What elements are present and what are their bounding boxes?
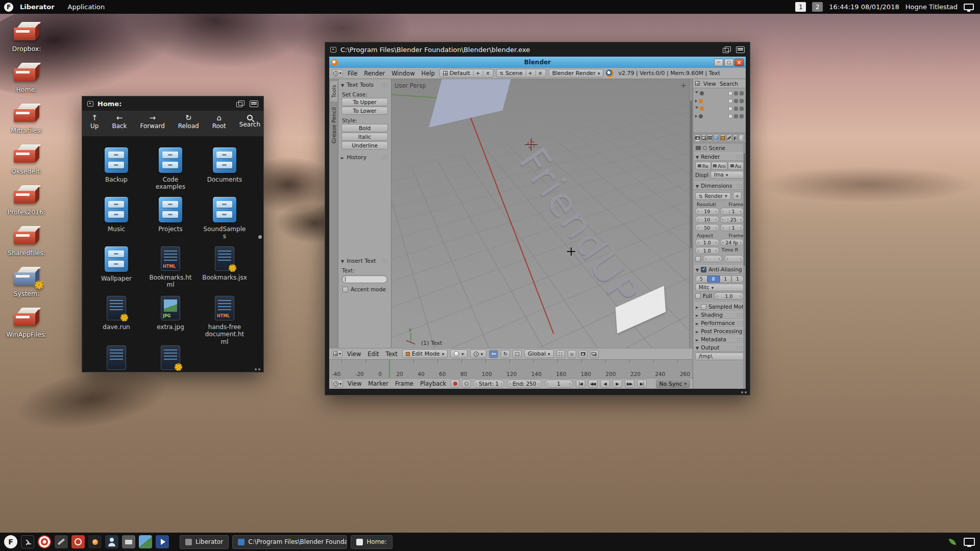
panel-post-processing[interactable]: Post Processing: [694, 327, 745, 335]
maximize-button[interactable]: [724, 59, 733, 66]
file-item-backup[interactable]: Backup: [91, 147, 142, 197]
delete-scene-button[interactable]: [535, 70, 542, 76]
next-keyframe-button[interactable]: ▶▶: [625, 380, 634, 388]
window-icon[interactable]: [330, 47, 336, 53]
frame-start-field[interactable]: : 1: [720, 208, 744, 215]
timeline-ruler[interactable]: -40-20 020 4060 80100 120140 160180 2002…: [329, 359, 693, 378]
italic-button[interactable]: Italic: [341, 133, 388, 141]
minimize-button[interactable]: [714, 59, 723, 66]
render-anim-button[interactable]: [590, 350, 599, 358]
full-sample-checkbox[interactable]: [695, 293, 701, 299]
file-item-partial[interactable]: [145, 345, 196, 372]
frame-end-field[interactable]: : 25: [720, 216, 744, 223]
menu-liberator[interactable]: Liberator: [13, 3, 61, 11]
sync-mode-select[interactable]: No Sync: [656, 380, 691, 388]
to-lower-button[interactable]: To Lower: [341, 107, 388, 115]
output-path-field[interactable]: /tmp\: [695, 353, 744, 360]
record-button[interactable]: [451, 380, 459, 388]
viewport-scrollbar[interactable]: [689, 79, 693, 348]
outliner-search-menu[interactable]: Search: [720, 81, 738, 87]
menu-application[interactable]: Application: [61, 3, 112, 11]
accent-mode-checkbox[interactable]: [342, 287, 348, 292]
panel-insert-text[interactable]: Insert Text: [340, 257, 389, 265]
filter-size-field[interactable]: 1.0: [714, 292, 744, 299]
aspect-y-field[interactable]: 1.0: [695, 247, 719, 254]
delete-layout-button[interactable]: [483, 70, 489, 76]
tools-app-icon[interactable]: [55, 535, 68, 548]
file-item-code-examples[interactable]: Code examples: [145, 147, 196, 197]
close-button[interactable]: [734, 59, 744, 66]
editor-type-button[interactable]: [332, 69, 343, 78]
anti-aliasing-checkbox[interactable]: [701, 267, 706, 272]
help-menu[interactable]: Help: [420, 70, 437, 77]
file-item-partial[interactable]: [91, 345, 142, 372]
resolution-y-field[interactable]: 10: [695, 216, 719, 223]
aa-samples-5-button[interactable]: 5: [695, 276, 707, 283]
underline-button[interactable]: Underline: [341, 141, 388, 149]
tab-grease-pencil[interactable]: Grease Pencil: [330, 104, 337, 147]
mode-select[interactable]: Edit Mode: [402, 349, 448, 358]
file-menu[interactable]: File: [346, 70, 359, 77]
audio-button[interactable]: Au: [728, 162, 744, 170]
prev-keyframe-button[interactable]: ◀◀: [588, 380, 598, 388]
keying-set-button[interactable]: [462, 380, 471, 388]
play-reverse-button[interactable]: ◀: [600, 380, 610, 388]
panel-anti-aliasing[interactable]: Anti-Aliasing: [694, 265, 745, 273]
fps-field[interactable]: 24 fp: [720, 239, 744, 246]
scene-select[interactable]: Scene: [496, 69, 546, 78]
editor-type-button[interactable]: [332, 380, 343, 388]
display-tray-icon[interactable]: [963, 535, 976, 548]
tl-frame-menu[interactable]: Frame: [393, 380, 415, 387]
duplicate-view-icon[interactable]: [723, 46, 731, 53]
frame-end-field[interactable]: End: 250: [507, 380, 542, 388]
desktop-icon-oksedelt[interactable]: Oksedelt:: [2, 143, 51, 184]
ember-app-icon[interactable]: [88, 535, 102, 548]
contacts-app-icon[interactable]: [105, 535, 118, 548]
leaf-tray-icon[interactable]: [946, 535, 959, 548]
panel-dimensions[interactable]: Dimensions: [694, 182, 745, 190]
frame-step-field[interactable]: : 1: [720, 224, 744, 231]
view-menu[interactable]: View: [345, 350, 363, 358]
edit-menu[interactable]: Edit: [365, 350, 381, 358]
region-plus-icon[interactable]: +: [680, 81, 687, 89]
desktop-icon-home[interactable]: Home:: [2, 62, 51, 103]
resolution-percent-field[interactable]: 50: [695, 224, 719, 231]
render-engine-select[interactable]: Blender Render: [549, 69, 604, 78]
wine-titlebar[interactable]: Blender: [329, 57, 746, 68]
outliner-row[interactable]: [694, 89, 745, 97]
outliner-row[interactable]: [694, 112, 745, 120]
layers-button[interactable]: [556, 350, 565, 358]
panel-grip-icon[interactable]: [381, 259, 388, 263]
shading-select[interactable]: [450, 349, 468, 358]
task-blender[interactable]: C:\Program Files\Blender Founda...: [232, 535, 347, 549]
file-item-wallpaper[interactable]: Wallpaper: [91, 246, 142, 296]
file-item-handsfree-html[interactable]: HTML hands-free document.html: [199, 296, 250, 345]
task-home[interactable]: Home:: [351, 535, 392, 549]
aa-samples-16-button[interactable]: 1: [731, 276, 744, 283]
friend-logo-icon[interactable]: F: [4, 3, 13, 12]
file-item-soundsamples[interactable]: SoundSamples: [199, 197, 250, 246]
frame-start-field[interactable]: Start: 1: [473, 380, 504, 388]
panel-output[interactable]: Output: [694, 343, 745, 352]
time-new-field[interactable]: [724, 255, 744, 262]
window-menu[interactable]: Window: [389, 70, 416, 77]
snap-button[interactable]: ∪: [568, 350, 576, 358]
render-menu[interactable]: Render: [362, 70, 387, 77]
file-item-bookmarks-html[interactable]: HTML Bookmarks.html: [145, 246, 196, 296]
display-icon[interactable]: [964, 4, 974, 10]
border-checkbox[interactable]: [695, 256, 701, 262]
search-button[interactable]: Search: [239, 114, 260, 128]
reload-button[interactable]: ↻ Reload: [178, 114, 199, 130]
motion-blur-checkbox[interactable]: [701, 304, 706, 310]
rotate-manipulator-button[interactable]: ↻: [501, 350, 510, 358]
resolution-x-field[interactable]: 19: [695, 208, 719, 215]
resize-grip[interactable]: [741, 391, 747, 393]
tab-world[interactable]: [714, 134, 719, 142]
tab-render-layers[interactable]: [701, 134, 706, 142]
outliner-row[interactable]: [694, 105, 745, 112]
up-button[interactable]: ↑ Up: [90, 114, 99, 130]
file-item-documents[interactable]: Documents: [199, 147, 250, 197]
scrollbar-thumb[interactable]: [258, 235, 262, 239]
jump-to-start-button[interactable]: |◀: [576, 380, 585, 388]
tab-render[interactable]: [695, 134, 700, 142]
